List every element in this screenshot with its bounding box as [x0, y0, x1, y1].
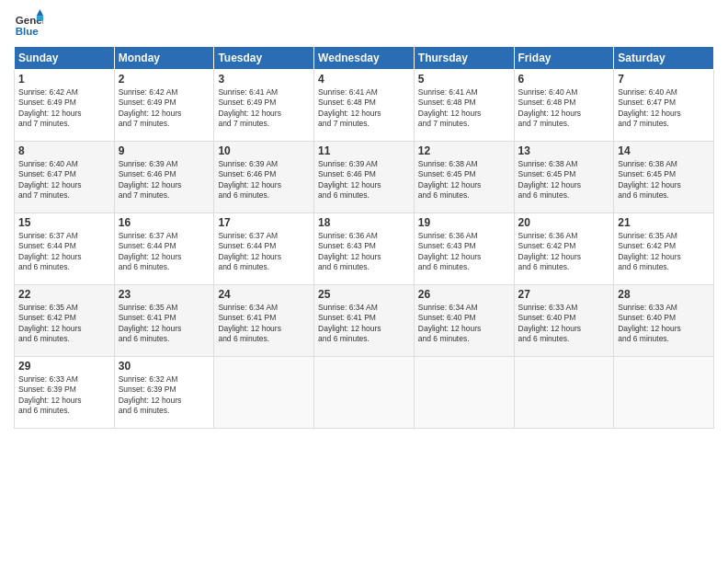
day-number: 6 [518, 73, 610, 86]
col-header-friday: Friday [514, 47, 614, 70]
day-number: 30 [119, 360, 210, 373]
calendar-cell: 22Sunrise: 6:35 AMSunset: 6:42 PMDayligh… [15, 285, 115, 357]
day-number: 12 [418, 144, 510, 157]
day-info: Sunrise: 6:34 AMSunset: 6:41 PMDaylight:… [318, 303, 381, 343]
day-number: 1 [18, 73, 110, 86]
col-header-tuesday: Tuesday [214, 47, 314, 70]
day-number: 21 [618, 216, 710, 229]
day-number: 4 [318, 73, 410, 86]
header: General Blue [14, 9, 714, 39]
calendar-cell [214, 357, 314, 429]
calendar-cell: 9Sunrise: 6:39 AMSunset: 6:46 PMDaylight… [114, 142, 214, 213]
day-number: 25 [318, 288, 410, 301]
day-info: Sunrise: 6:36 AMSunset: 6:43 PMDaylight:… [318, 231, 381, 271]
day-number: 5 [418, 73, 510, 86]
day-info: Sunrise: 6:39 AMSunset: 6:46 PMDaylight:… [318, 159, 381, 200]
calendar-cell: 14Sunrise: 6:38 AMSunset: 6:45 PMDayligh… [614, 142, 714, 213]
calendar-cell: 19Sunrise: 6:36 AMSunset: 6:43 PMDayligh… [414, 213, 514, 285]
calendar-cell: 3Sunrise: 6:41 AMSunset: 6:49 PMDaylight… [214, 70, 314, 142]
day-info: Sunrise: 6:37 AMSunset: 6:44 PMDaylight:… [18, 231, 82, 271]
day-info: Sunrise: 6:36 AMSunset: 6:43 PMDaylight:… [418, 231, 482, 271]
calendar-cell: 29Sunrise: 6:33 AMSunset: 6:39 PMDayligh… [15, 357, 115, 429]
calendar-cell: 18Sunrise: 6:36 AMSunset: 6:43 PMDayligh… [314, 213, 415, 285]
day-number: 8 [18, 144, 110, 157]
day-number: 10 [218, 144, 310, 157]
day-info: Sunrise: 6:42 AMSunset: 6:49 PMDaylight:… [18, 87, 82, 128]
calendar-cell [414, 357, 514, 429]
day-info: Sunrise: 6:35 AMSunset: 6:41 PMDaylight:… [119, 303, 182, 343]
day-number: 7 [618, 73, 710, 86]
day-number: 14 [618, 144, 710, 157]
calendar-cell: 20Sunrise: 6:36 AMSunset: 6:42 PMDayligh… [514, 213, 614, 285]
logo: General Blue [14, 9, 43, 39]
calendar-cell: 17Sunrise: 6:37 AMSunset: 6:44 PMDayligh… [214, 213, 314, 285]
calendar-cell: 30Sunrise: 6:32 AMSunset: 6:39 PMDayligh… [114, 357, 214, 429]
svg-text:Blue: Blue [16, 26, 40, 37]
col-header-sunday: Sunday [15, 47, 115, 70]
day-info: Sunrise: 6:32 AMSunset: 6:39 PMDaylight:… [119, 374, 182, 415]
day-number: 20 [518, 216, 610, 229]
day-info: Sunrise: 6:33 AMSunset: 6:39 PMDaylight:… [18, 374, 82, 415]
day-info: Sunrise: 6:33 AMSunset: 6:40 PMDaylight:… [518, 303, 582, 343]
week-row: 8Sunrise: 6:40 AMSunset: 6:47 PMDaylight… [15, 142, 714, 213]
day-number: 19 [418, 216, 510, 229]
calendar-cell [514, 357, 614, 429]
day-info: Sunrise: 6:40 AMSunset: 6:47 PMDaylight:… [618, 87, 681, 128]
col-header-monday: Monday [114, 47, 214, 70]
col-header-saturday: Saturday [614, 47, 714, 70]
calendar-cell: 28Sunrise: 6:33 AMSunset: 6:40 PMDayligh… [614, 285, 714, 357]
calendar-cell [614, 357, 714, 429]
day-number: 17 [218, 216, 310, 229]
day-info: Sunrise: 6:37 AMSunset: 6:44 PMDaylight:… [218, 231, 281, 271]
week-row: 29Sunrise: 6:33 AMSunset: 6:39 PMDayligh… [15, 357, 714, 429]
calendar-cell: 4Sunrise: 6:41 AMSunset: 6:48 PMDaylight… [314, 70, 415, 142]
calendar-cell: 10Sunrise: 6:39 AMSunset: 6:46 PMDayligh… [214, 142, 314, 213]
svg-marker-3 [37, 16, 43, 20]
calendar-cell [314, 357, 415, 429]
calendar-cell: 24Sunrise: 6:34 AMSunset: 6:41 PMDayligh… [214, 285, 314, 357]
day-info: Sunrise: 6:38 AMSunset: 6:45 PMDaylight:… [618, 159, 681, 200]
calendar-cell: 12Sunrise: 6:38 AMSunset: 6:45 PMDayligh… [414, 142, 514, 213]
day-info: Sunrise: 6:34 AMSunset: 6:41 PMDaylight:… [218, 303, 281, 343]
calendar-cell: 23Sunrise: 6:35 AMSunset: 6:41 PMDayligh… [114, 285, 214, 357]
calendar-cell: 5Sunrise: 6:41 AMSunset: 6:48 PMDaylight… [414, 70, 514, 142]
day-number: 9 [119, 144, 210, 157]
svg-marker-2 [37, 9, 43, 16]
day-info: Sunrise: 6:39 AMSunset: 6:46 PMDaylight:… [218, 159, 281, 200]
col-header-thursday: Thursday [414, 47, 514, 70]
day-number: 28 [618, 288, 710, 301]
day-number: 23 [119, 288, 210, 301]
day-number: 18 [318, 216, 410, 229]
calendar-cell: 15Sunrise: 6:37 AMSunset: 6:44 PMDayligh… [15, 213, 115, 285]
calendar-cell: 8Sunrise: 6:40 AMSunset: 6:47 PMDaylight… [15, 142, 115, 213]
day-info: Sunrise: 6:41 AMSunset: 6:48 PMDaylight:… [418, 87, 482, 128]
calendar-cell: 26Sunrise: 6:34 AMSunset: 6:40 PMDayligh… [414, 285, 514, 357]
day-number: 24 [218, 288, 310, 301]
day-number: 16 [119, 216, 210, 229]
day-info: Sunrise: 6:40 AMSunset: 6:48 PMDaylight:… [518, 87, 582, 128]
calendar-cell: 11Sunrise: 6:39 AMSunset: 6:46 PMDayligh… [314, 142, 415, 213]
week-row: 22Sunrise: 6:35 AMSunset: 6:42 PMDayligh… [15, 285, 714, 357]
calendar-cell: 27Sunrise: 6:33 AMSunset: 6:40 PMDayligh… [514, 285, 614, 357]
day-info: Sunrise: 6:34 AMSunset: 6:40 PMDaylight:… [418, 303, 482, 343]
logo-icon: General Blue [14, 9, 43, 39]
day-info: Sunrise: 6:41 AMSunset: 6:49 PMDaylight:… [218, 87, 281, 128]
day-number: 13 [518, 144, 610, 157]
day-number: 3 [218, 73, 310, 86]
calendar-cell: 6Sunrise: 6:40 AMSunset: 6:48 PMDaylight… [514, 70, 614, 142]
day-info: Sunrise: 6:42 AMSunset: 6:49 PMDaylight:… [119, 87, 182, 128]
week-row: 15Sunrise: 6:37 AMSunset: 6:44 PMDayligh… [15, 213, 714, 285]
day-number: 29 [18, 360, 110, 373]
day-number: 15 [18, 216, 110, 229]
calendar-table: SundayMondayTuesdayWednesdayThursdayFrid… [14, 46, 714, 429]
day-number: 2 [119, 73, 210, 86]
day-number: 27 [518, 288, 610, 301]
day-info: Sunrise: 6:40 AMSunset: 6:47 PMDaylight:… [18, 159, 82, 200]
calendar-page: General Blue SundayMondayTuesdayWednesda… [0, 0, 728, 563]
week-row: 1Sunrise: 6:42 AMSunset: 6:49 PMDaylight… [15, 70, 714, 142]
day-number: 26 [418, 288, 510, 301]
day-info: Sunrise: 6:35 AMSunset: 6:42 PMDaylight:… [618, 231, 681, 271]
day-info: Sunrise: 6:41 AMSunset: 6:48 PMDaylight:… [318, 87, 381, 128]
col-header-wednesday: Wednesday [314, 47, 415, 70]
day-number: 22 [18, 288, 110, 301]
